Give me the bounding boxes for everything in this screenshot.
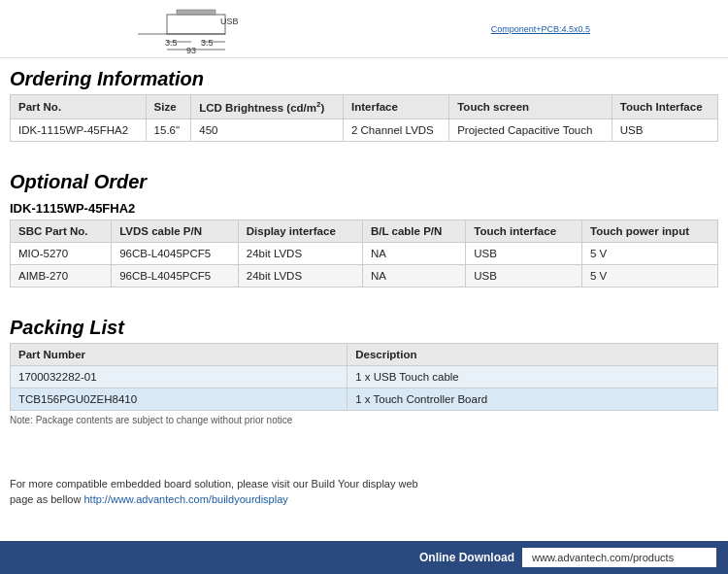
footer-line2: page as bellow — [10, 493, 83, 505]
packing-note: Note: Package contents are subject to ch… — [0, 411, 728, 429]
optional-order-header: Optional Order — [0, 161, 728, 197]
col-interface: Interface — [343, 95, 448, 119]
optional-order-table: SBC Part No. LVDS cable P/N Display inte… — [10, 219, 718, 287]
ordering-info-table: Part No. Size LCD Brightness (cd/m2) Int… — [10, 94, 718, 142]
footer-text: For more compatible embedded board solut… — [0, 468, 728, 516]
optional-order-subtitle: IDK-1115WP-45FHA2 — [0, 197, 728, 219]
svg-rect-1 — [177, 10, 215, 15]
table-row: 1700032282-011 x USB Touch cable — [11, 365, 718, 388]
col-touch-iface: Touch interface — [466, 219, 582, 242]
col-touch-interface: Touch Interface — [612, 95, 717, 119]
component-link[interactable]: Component+PCB:4.5x0.5 — [491, 24, 590, 34]
col-lvds-cable: LVDS cable P/N — [112, 219, 239, 242]
col-description: Description — [347, 343, 718, 365]
bottom-bar-label: Online Download — [419, 551, 522, 564]
table-row: IDK-1115WP-45FHA215.6"4502 Channel LVDSP… — [11, 118, 718, 141]
col-size: Size — [146, 95, 191, 119]
svg-text:USB: USB — [220, 17, 239, 26]
col-display-interface: Display interface — [238, 219, 362, 242]
col-touch-screen: Touch screen — [449, 95, 612, 119]
packing-table-header-row: Part Number Description — [11, 343, 718, 365]
diagram-shape-right: Component+PCB:4.5x0.5 — [491, 24, 590, 34]
optional-table-header-row: SBC Part No. LVDS cable P/N Display inte… — [11, 219, 718, 242]
col-bl-cable: B/L cable P/N — [363, 219, 466, 242]
footer-line1: For more compatible embedded board solut… — [10, 478, 418, 490]
bottom-bar: Online Download www.advantech.com/produc… — [0, 541, 728, 574]
svg-rect-0 — [167, 15, 225, 34]
ordering-info-title: Ordering Information — [10, 68, 718, 90]
col-part-no: Part No. — [11, 95, 147, 119]
table-row: TCB156PGU0ZEH84101 x Touch Controller Bo… — [11, 388, 718, 410]
diagram-area: USB 3.5 3.5 93 Component+PCB:4.5x0.5 — [0, 0, 728, 58]
packing-list-table: Part Number Description 1700032282-011 x… — [10, 343, 718, 411]
col-touch-power: Touch power input — [581, 219, 717, 242]
optional-order-title: Optional Order — [10, 171, 718, 193]
svg-text:3.5: 3.5 — [201, 38, 214, 48]
table-row: AIMB-27096CB-L4045PCF524bit LVDSNAUSB5 V — [11, 264, 718, 287]
ordering-table-header-row: Part No. Size LCD Brightness (cd/m2) Int… — [11, 95, 718, 119]
table-row: MIO-527096CB-L4045PCF524bit LVDSNAUSB5 V — [11, 242, 718, 264]
diagram-shape-left: USB 3.5 3.5 93 — [138, 5, 254, 53]
packing-list-header: Packing List — [0, 307, 728, 343]
footer-link[interactable]: http://www.advantech.com/buildyourdispla… — [83, 493, 287, 505]
col-sbc-part-no: SBC Part No. — [11, 219, 112, 242]
col-part-number: Part Number — [11, 343, 347, 365]
col-brightness: LCD Brightness (cd/m2) — [191, 95, 344, 119]
ordering-info-header: Ordering Information — [0, 58, 728, 94]
svg-text:3.5: 3.5 — [165, 38, 178, 48]
bottom-bar-url[interactable]: www.advantech.com/products — [522, 548, 716, 567]
packing-list-title: Packing List — [10, 317, 718, 339]
